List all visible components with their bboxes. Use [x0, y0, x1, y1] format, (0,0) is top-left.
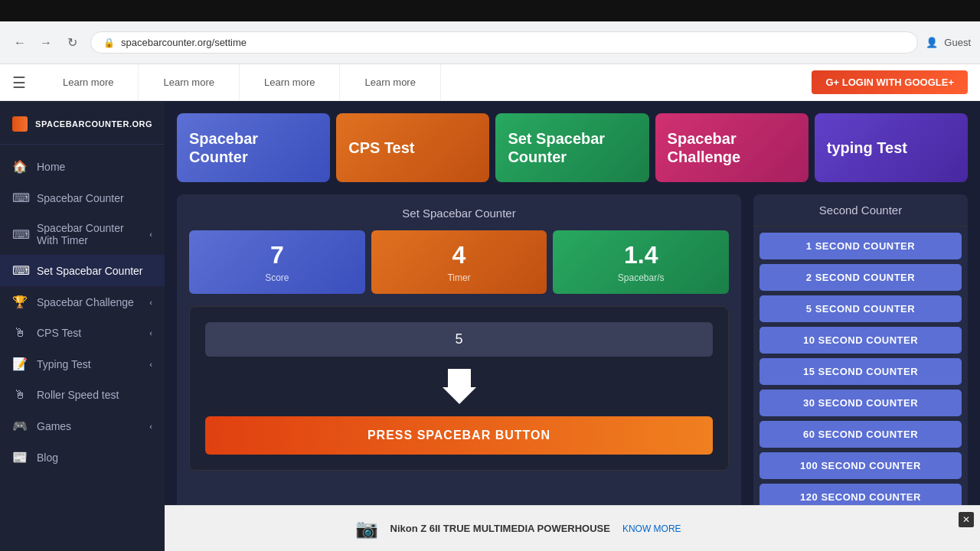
counter-item-100[interactable]: 100 SECOND COUNTER [760, 452, 962, 479]
brand-icon [12, 116, 28, 132]
sidebar-label-spacebar-timer: Spacebar Counter With Timer [37, 222, 140, 246]
counter-item-15[interactable]: 15 SECOND COUNTER [760, 358, 962, 385]
games-icon: 🎮 [12, 419, 28, 433]
stats-row: 7 Score 4 Timer 1.4 Spacebar/s [189, 230, 729, 294]
url-text: spacebarcounter.org/settime [121, 37, 247, 48]
ad-logo: 📷 [355, 518, 378, 540]
sidebar-label-typing: Typing Test [37, 358, 91, 370]
counter-item-1[interactable]: 1 SECOND COUNTER [760, 233, 962, 259]
keyboard-icon: ⌨ [12, 191, 28, 205]
card-title-typing: typing Test [827, 139, 956, 157]
counter-area: 5 PRESS SPACEBAR BUTTON [189, 306, 729, 471]
ad-text: Nikon Z 6II TRUE MULTIMEDIA POWERHOUSE [390, 523, 610, 534]
profile-icon: 👤 [926, 37, 938, 48]
top-nav-link-2[interactable]: Learn more [139, 64, 239, 101]
stat-spacebars: 1.4 Spacebar/s [553, 230, 729, 294]
trophy-icon: 🏆 [12, 295, 28, 309]
sidebar-label-challenge: Spacebar Challenge [37, 296, 134, 308]
forward-button[interactable]: → [35, 32, 57, 54]
feature-card-challenge[interactable]: Spacebar Challenge [655, 113, 808, 182]
sidebar-item-games[interactable]: 🎮 Games ‹ [0, 410, 165, 442]
brand-name: SPACEBARCOUNTER.ORG [35, 119, 152, 129]
right-sidebar: Second Counter 1 SECOND COUNTER 2 SECOND… [753, 194, 968, 521]
login-button[interactable]: G+ LOGIN WITH GOOGLE+ [812, 70, 968, 94]
card-title-set-spacebar: Set Spacebar Counter [508, 129, 636, 166]
counter-item-2[interactable]: 2 SECOND COUNTER [760, 264, 962, 291]
top-nav-link-3[interactable]: Learn more [240, 64, 340, 101]
sidebar-item-home[interactable]: 🏠 Home [0, 151, 165, 182]
spacebar-button[interactable]: PRESS SPACEBAR BUTTON [205, 416, 713, 455]
top-nav-links: Learn more Learn more Learn more Learn m… [38, 64, 812, 101]
sidebar-item-challenge[interactable]: 🏆 Spacebar Challenge ‹ [0, 286, 165, 318]
challenge-arrow-icon: ‹ [149, 298, 152, 307]
counter-display: 5 [205, 322, 713, 357]
counter-item-5[interactable]: 5 SECOND COUNTER [760, 295, 962, 322]
sidebar-label-set-spacebar: Set Spacebar Counter [37, 265, 143, 277]
home-icon: 🏠 [12, 159, 28, 174]
sidebar-label-roller: Roller Speed test [37, 389, 119, 401]
arrow-icon: ‹ [149, 230, 152, 239]
feature-card-spacebar[interactable]: Spacebar Counter [177, 113, 330, 182]
back-button[interactable]: ← [9, 32, 31, 54]
sidebar-label-cps: CPS Test [37, 327, 81, 339]
counter-item-10[interactable]: 10 SECOND COUNTER [760, 327, 962, 354]
profile-name: Guest [944, 37, 971, 48]
panel-title: Set Spacebar Counter [189, 207, 729, 220]
arrow-shaft [448, 369, 471, 387]
sidebar: SPACEBARCOUNTER.ORG 🏠 Home ⌨ Spacebar Co… [0, 101, 165, 551]
sidebar-item-blog[interactable]: 📰 Blog [0, 442, 165, 473]
bottom-section: Set Spacebar Counter 7 Score 4 Timer 1.4… [177, 194, 968, 521]
feature-cards: Spacebar Counter CPS Test Set Spacebar C… [177, 113, 968, 182]
cps-arrow-icon: ‹ [149, 328, 152, 337]
ad-close-button[interactable]: ✕ [959, 512, 974, 527]
top-nav-link-4[interactable]: Learn more [340, 64, 440, 101]
spacebar-panel: Set Spacebar Counter 7 Score 4 Timer 1.4… [177, 194, 741, 521]
counter-item-60[interactable]: 60 SECOND COUNTER [760, 421, 962, 448]
stat-score-label: Score [200, 272, 354, 283]
stat-spacebars-value: 1.4 [564, 241, 718, 269]
stat-timer-value: 4 [382, 241, 537, 269]
ad-content: 📷 Nikon Z 6II TRUE MULTIMEDIA POWERHOUSE… [343, 518, 802, 540]
sidebar-item-spacebar-timer[interactable]: ⌨ Spacebar Counter With Timer ‹ [0, 214, 165, 255]
feature-card-typing[interactable]: typing Test [815, 113, 968, 182]
browser-actions: 👤 Guest [926, 37, 971, 48]
sidebar-item-spacebar-counter[interactable]: ⌨ Spacebar Counter [0, 182, 165, 214]
content-area: Spacebar Counter CPS Test Set Spacebar C… [165, 101, 980, 551]
browser-bar: ← → ↻ 🔒 spacebarcounter.org/settime 👤 Gu… [0, 21, 980, 64]
lock-icon: 🔒 [103, 37, 115, 48]
reload-button[interactable]: ↻ [61, 32, 83, 54]
ad-cta[interactable]: KNOW MORE [622, 523, 681, 534]
top-nav: ☰ Learn more Learn more Learn more Learn… [0, 64, 980, 101]
stat-spacebars-label: Spacebar/s [564, 272, 718, 283]
right-sidebar-title: Second Counter [753, 194, 968, 227]
feature-card-cps[interactable]: CPS Test [336, 113, 489, 182]
sidebar-item-set-spacebar[interactable]: ⌨ Set Spacebar Counter [0, 255, 165, 286]
arrow-container [443, 369, 476, 404]
sidebar-label-home: Home [37, 161, 65, 173]
sidebar-label-spacebar: Spacebar Counter [37, 192, 124, 204]
sidebar-item-roller[interactable]: 🖱 Roller Speed test [0, 380, 165, 410]
games-arrow-icon: ‹ [149, 422, 152, 431]
stat-timer-label: Timer [382, 272, 537, 283]
sidebar-item-cps[interactable]: 🖱 CPS Test ‹ [0, 318, 165, 348]
set-spacebar-icon: ⌨ [12, 263, 28, 278]
typing-icon: 📝 [12, 357, 28, 371]
keyboard-timer-icon: ⌨ [12, 227, 28, 242]
ad-banner: 📷 Nikon Z 6II TRUE MULTIMEDIA POWERHOUSE… [165, 505, 980, 551]
feature-card-set-spacebar[interactable]: Set Spacebar Counter [495, 113, 648, 182]
stat-score-value: 7 [200, 241, 354, 269]
sidebar-item-typing[interactable]: 📝 Typing Test ‹ [0, 348, 165, 380]
hamburger-icon[interactable]: ☰ [12, 73, 26, 92]
card-title-spacebar: Spacebar Counter [189, 129, 318, 166]
stat-timer: 4 Timer [371, 230, 547, 294]
counter-item-30[interactable]: 30 SECOND COUNTER [760, 390, 962, 416]
blog-icon: 📰 [12, 450, 28, 465]
address-bar[interactable]: 🔒 spacebarcounter.org/settime [90, 31, 918, 54]
main-layout: SPACEBARCOUNTER.ORG 🏠 Home ⌨ Spacebar Co… [0, 101, 980, 551]
top-nav-link-1[interactable]: Learn more [38, 64, 139, 101]
counter-list: 1 SECOND COUNTER 2 SECOND COUNTER 5 SECO… [753, 227, 968, 521]
site-brand: SPACEBARCOUNTER.ORG [0, 107, 165, 145]
sidebar-label-blog: Blog [37, 452, 58, 464]
mouse-icon: 🖱 [12, 326, 28, 340]
sidebar-label-games: Games [37, 420, 71, 432]
